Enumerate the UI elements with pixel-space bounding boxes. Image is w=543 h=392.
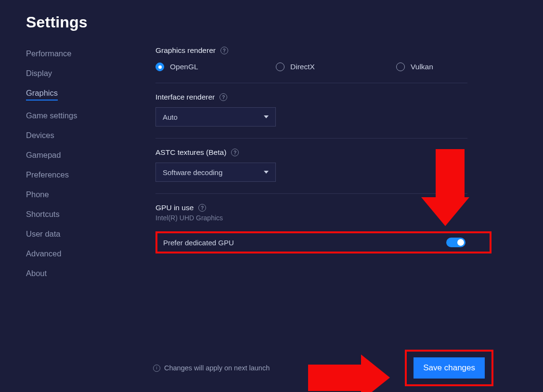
annotation-arrow-right-icon (308, 354, 390, 392)
astc-label: ASTC textures (Beta) (155, 148, 226, 157)
sidebar-item-devices[interactable]: Devices (26, 131, 54, 140)
help-icon[interactable]: ? (220, 47, 228, 54)
sidebar-item-about[interactable]: About (26, 269, 47, 278)
help-icon[interactable]: ? (198, 204, 206, 212)
interface-renderer-label: Interface renderer (155, 93, 215, 101)
page-title: Settings (26, 13, 88, 31)
sidebar-item-gamepad[interactable]: Gamepad (26, 151, 61, 160)
renderer-option-label: DirectX (290, 63, 315, 71)
sidebar-item-advanced[interactable]: Advanced (26, 249, 61, 258)
sidebar-item-phone[interactable]: Phone (26, 190, 49, 199)
prefer-dedicated-gpu-label: Prefer dedicated GPU (163, 239, 234, 247)
gpu-in-use-label: GPU in use (155, 203, 194, 212)
sidebar-item-graphics[interactable]: Graphics (26, 89, 58, 101)
sidebar-item-game-settings[interactable]: Game settings (26, 111, 77, 120)
gpu-in-use-value: Intel(R) UHD Graphics (155, 214, 467, 222)
help-icon[interactable]: ? (231, 149, 239, 156)
settings-sidebar: Performance Display Graphics Game settin… (26, 49, 132, 289)
radio-unselected-icon (276, 63, 284, 71)
divider (155, 83, 467, 83)
renderer-option-label: OpenGL (170, 63, 198, 71)
select-value: Software decoding (163, 168, 222, 177)
divider (155, 193, 467, 194)
select-value: Auto (163, 113, 178, 121)
astc-select[interactable]: Software decoding (155, 163, 276, 182)
radio-selected-icon (155, 63, 164, 71)
interface-renderer-select[interactable]: Auto (155, 107, 276, 126)
annotation-arrow-down-icon (431, 149, 469, 226)
renderer-option-directx[interactable]: DirectX (276, 63, 396, 71)
sidebar-item-preferences[interactable]: Preferences (26, 170, 69, 179)
save-highlight-box: Save changes (405, 350, 493, 386)
sidebar-item-user-data[interactable]: User data (26, 229, 61, 239)
info-icon: i (153, 365, 160, 372)
toggle-knob-icon (457, 239, 464, 246)
help-icon[interactable]: ? (220, 93, 227, 101)
graphics-panel: Graphics renderer ? OpenGL DirectX Vulka… (155, 46, 467, 222)
renderer-option-opengl[interactable]: OpenGL (155, 63, 276, 71)
chevron-down-icon (264, 171, 269, 174)
graphics-renderer-label: Graphics renderer (155, 46, 216, 55)
radio-unselected-icon (396, 63, 405, 71)
sidebar-item-display[interactable]: Display (26, 69, 52, 78)
prefer-dedicated-gpu-row: Prefer dedicated GPU (155, 231, 491, 253)
renderer-option-label: Vulkan (411, 63, 433, 71)
save-changes-button[interactable]: Save changes (414, 357, 485, 379)
prefer-dedicated-gpu-toggle[interactable] (446, 238, 465, 247)
sidebar-item-performance[interactable]: Performance (26, 49, 71, 58)
chevron-down-icon (264, 115, 269, 118)
sidebar-item-shortcuts[interactable]: Shortcuts (26, 210, 60, 219)
footer-notice: Changes will apply on next launch (164, 364, 270, 372)
divider (155, 138, 467, 139)
renderer-option-vulkan[interactable]: Vulkan (396, 63, 433, 71)
